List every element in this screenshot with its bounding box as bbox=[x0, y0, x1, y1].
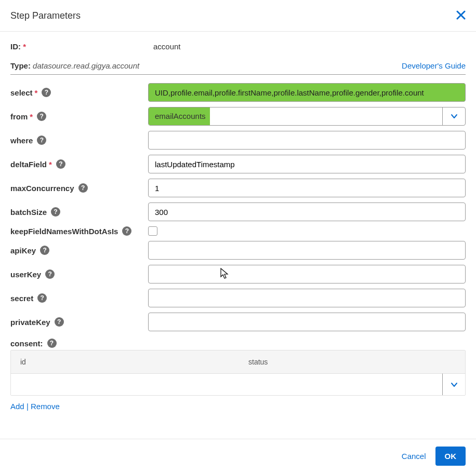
help-icon[interactable]: ? bbox=[78, 183, 88, 193]
secret-label: secret ? bbox=[10, 293, 148, 303]
consent-label-row: consent: ? bbox=[10, 339, 466, 348]
ok-button[interactable]: OK bbox=[435, 447, 466, 466]
cancel-button[interactable]: Cancel bbox=[402, 452, 426, 461]
field-row-secret: secret ? bbox=[10, 289, 466, 307]
userkey-label: userKey ? bbox=[10, 269, 148, 279]
deltafield-label: deltaField* ? bbox=[10, 159, 148, 169]
help-icon[interactable]: ? bbox=[37, 136, 46, 145]
batchsize-label: batchSize ? bbox=[10, 207, 148, 217]
consent-table-row bbox=[11, 373, 465, 395]
from-label: from* ? bbox=[10, 112, 148, 121]
help-icon[interactable]: ? bbox=[37, 112, 46, 121]
help-icon[interactable]: ? bbox=[51, 207, 60, 217]
type-row: Type: datasource.read.gigya.account Deve… bbox=[10, 61, 466, 75]
where-label: where ? bbox=[10, 136, 148, 145]
field-row-where: where ? bbox=[10, 131, 466, 150]
dialog-footer: Cancel OK bbox=[0, 439, 476, 473]
field-row-maxconcurrency: maxConcurrency ? bbox=[10, 179, 466, 197]
dialog-header: Step Parameters bbox=[0, 0, 476, 32]
required-star: * bbox=[23, 42, 26, 51]
secret-input[interactable] bbox=[148, 289, 466, 307]
deltafield-input[interactable] bbox=[148, 155, 466, 173]
add-remove-row: Add | Remove bbox=[10, 402, 466, 411]
keepfieldnames-label: keepFieldNamesWithDotAsIs ? bbox=[10, 226, 148, 236]
consent-col-status: status bbox=[228, 358, 456, 366]
help-icon[interactable]: ? bbox=[56, 159, 65, 169]
apikey-input[interactable] bbox=[148, 241, 466, 260]
consent-label: consent: bbox=[10, 339, 43, 348]
help-icon[interactable]: ? bbox=[47, 339, 57, 348]
chevron-down-icon[interactable] bbox=[442, 107, 465, 125]
id-value: account bbox=[153, 42, 181, 51]
userkey-input[interactable] bbox=[148, 265, 466, 283]
chevron-down-icon[interactable] bbox=[442, 373, 465, 395]
help-icon[interactable]: ? bbox=[42, 88, 51, 97]
consent-section: consent: ? id status Add | Remove bbox=[10, 339, 466, 411]
apikey-label: apiKey ? bbox=[10, 246, 148, 255]
privatekey-label: privateKey ? bbox=[10, 317, 148, 327]
where-input[interactable] bbox=[148, 131, 466, 150]
field-row-keepfieldnames: keepFieldNamesWithDotAsIs ? bbox=[10, 226, 466, 236]
field-row-privatekey: privateKey ? bbox=[10, 313, 466, 331]
dialog-body: ID: * account Type: datasource.read.gigy… bbox=[0, 32, 476, 421]
from-combo-text[interactable]: emailAccounts bbox=[149, 107, 442, 125]
help-icon[interactable]: ? bbox=[40, 246, 49, 255]
field-row-batchsize: batchSize ? bbox=[10, 202, 466, 221]
consent-id-input[interactable] bbox=[11, 373, 442, 395]
id-label: ID: * bbox=[10, 42, 153, 51]
help-icon[interactable]: ? bbox=[55, 317, 64, 327]
close-icon[interactable] bbox=[456, 9, 466, 22]
from-combo[interactable]: emailAccounts bbox=[148, 107, 466, 126]
batchsize-input[interactable] bbox=[148, 202, 466, 221]
add-link[interactable]: Add bbox=[10, 402, 24, 411]
consent-table-header: id status bbox=[11, 350, 465, 373]
keepfieldnames-checkbox[interactable] bbox=[148, 226, 157, 236]
field-row-deltafield: deltaField* ? bbox=[10, 155, 466, 173]
help-icon[interactable]: ? bbox=[45, 269, 55, 279]
dialog-title: Step Parameters bbox=[10, 10, 81, 21]
field-row-from: from* ? emailAccounts bbox=[10, 107, 466, 126]
separator: | bbox=[27, 402, 29, 411]
maxconcurrency-input[interactable] bbox=[148, 179, 466, 197]
help-icon[interactable]: ? bbox=[37, 293, 47, 303]
select-input[interactable] bbox=[148, 83, 466, 102]
type-value: datasource.read.gigya.account bbox=[33, 61, 139, 70]
field-row-select: select* ? bbox=[10, 83, 466, 102]
type-label: Type: datasource.read.gigya.account bbox=[10, 61, 139, 70]
remove-link[interactable]: Remove bbox=[31, 402, 60, 411]
consent-table: id status bbox=[10, 350, 466, 396]
help-icon[interactable]: ? bbox=[122, 226, 131, 236]
field-row-userkey: userKey ? bbox=[10, 265, 466, 283]
id-row: ID: * account bbox=[10, 42, 466, 51]
select-label: select* ? bbox=[10, 88, 148, 97]
field-row-apikey: apiKey ? bbox=[10, 241, 466, 260]
maxconcurrency-label: maxConcurrency ? bbox=[10, 183, 148, 193]
privatekey-input[interactable] bbox=[148, 313, 466, 331]
consent-col-id: id bbox=[20, 358, 228, 366]
dev-guide-link[interactable]: Developer's Guide bbox=[402, 61, 466, 70]
